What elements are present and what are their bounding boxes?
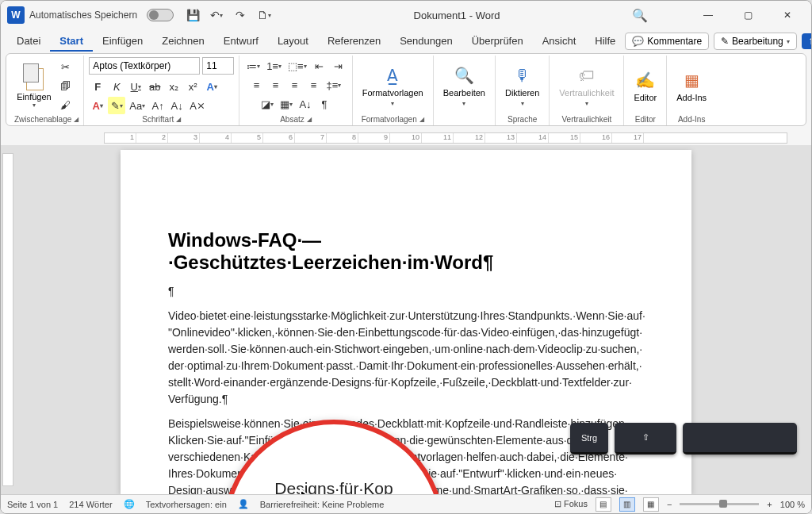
- bullets-button[interactable]: ≔▾: [244, 57, 262, 75]
- numbering-button[interactable]: 1≡▾: [264, 57, 284, 75]
- key-shift: ⇧: [615, 423, 676, 455]
- tab-layout[interactable]: Layout: [268, 32, 318, 52]
- increase-indent-button[interactable]: ⇥: [330, 57, 347, 75]
- text-effects-button[interactable]: A▾: [203, 78, 220, 95]
- grow-font-button[interactable]: A↑: [149, 97, 167, 114]
- align-right-button[interactable]: ≡: [286, 76, 304, 94]
- subscript-button[interactable]: x₂: [165, 78, 182, 95]
- tab-sendungen[interactable]: Sendungen: [390, 32, 462, 52]
- document-area[interactable]: Windows-FAQ·—·Geschütztes·Leerzeichen·im…: [1, 145, 811, 494]
- font-size-combo[interactable]: 11: [202, 57, 234, 75]
- copy-icon[interactable]: 🗐: [56, 77, 74, 94]
- autosave-toggle[interactable]: [147, 9, 174, 21]
- share-button[interactable]: ⇧▾: [802, 33, 812, 49]
- paste-icon: [23, 63, 45, 90]
- paragraph-dialog-launcher[interactable]: ◢: [307, 116, 312, 123]
- tab-entwurf[interactable]: Entwurf: [214, 32, 268, 52]
- shading-button[interactable]: ◪▾: [259, 95, 276, 113]
- cut-icon[interactable]: ✂: [56, 58, 74, 75]
- app-window: W Automatisches Speichern 💾 ↶▾ ↷ 🗋▾ Doku…: [0, 0, 812, 514]
- status-predictions[interactable]: Textvorhersagen: ein: [146, 500, 227, 509]
- tab-einfuegen[interactable]: Einfügen: [93, 32, 152, 52]
- paste-button[interactable]: Einfügen ▾: [14, 63, 54, 109]
- dictate-button[interactable]: 🎙 Diktieren ▾: [500, 64, 544, 106]
- status-accessibility-icon[interactable]: 👤: [238, 499, 249, 509]
- zoom-level[interactable]: 100 %: [780, 500, 805, 509]
- zoom-in-button[interactable]: +: [767, 500, 772, 509]
- font-name-combo[interactable]: Aptos (Textkörper): [89, 57, 200, 75]
- sensitivity-button: 🏷 Vertraulichkeit ▾: [554, 64, 619, 106]
- editing-button[interactable]: 🔍 Bearbeiten ▾: [439, 64, 490, 106]
- key-space: [683, 423, 797, 455]
- save-icon[interactable]: 💾: [183, 6, 202, 25]
- italic-button[interactable]: K: [108, 78, 125, 95]
- focus-mode-button[interactable]: ⊡ Fokus: [554, 499, 588, 509]
- tab-zeichnen[interactable]: Zeichnen: [152, 32, 213, 52]
- editor-button[interactable]: ✍ Editor: [629, 69, 661, 102]
- status-language-icon[interactable]: 🌐: [124, 499, 135, 509]
- sensitivity-icon: 🏷: [576, 64, 598, 86]
- bold-button[interactable]: F: [89, 78, 106, 95]
- tab-referenzen[interactable]: Referenzen: [318, 32, 390, 52]
- key-ctrl: Strg: [570, 423, 608, 455]
- align-left-button[interactable]: ≡: [248, 76, 266, 94]
- tab-datei[interactable]: Datei: [7, 32, 50, 52]
- superscript-button[interactable]: x²: [184, 78, 201, 95]
- document-title: Dokument1 - Word: [288, 10, 626, 21]
- format-painter-icon[interactable]: 🖌: [56, 96, 74, 113]
- tab-ueberpruefen[interactable]: Überprüfen: [462, 32, 533, 52]
- search-icon[interactable]: 🔍: [630, 6, 649, 25]
- comments-button[interactable]: 💬Kommentare: [625, 33, 709, 50]
- horizontal-ruler[interactable]: 123 456 789 101112 131415 1617: [1, 129, 811, 145]
- mic-icon: 🎙: [511, 64, 534, 86]
- find-icon: 🔍: [453, 64, 475, 86]
- undo-icon[interactable]: ↶▾: [207, 6, 226, 25]
- view-web-button[interactable]: ▦: [643, 497, 659, 512]
- shrink-font-button[interactable]: A↓: [168, 97, 186, 114]
- new-doc-icon[interactable]: 🗋▾: [255, 6, 274, 25]
- justify-button[interactable]: ≡: [305, 76, 323, 94]
- line-spacing-button[interactable]: ‡≡▾: [324, 76, 344, 94]
- show-marks-button[interactable]: ¶: [316, 95, 333, 113]
- redo-icon[interactable]: ↷: [231, 6, 250, 25]
- close-button[interactable]: ✕: [770, 3, 805, 27]
- view-print-button[interactable]: ▥: [619, 497, 635, 512]
- group-styles: A̲ Formatvorlagen ▾ Formatvorlagen◢: [353, 56, 434, 125]
- decrease-indent-button[interactable]: ⇤: [311, 57, 328, 75]
- status-page[interactable]: Seite 1 von 1: [7, 500, 58, 509]
- group-font: Aptos (Textkörper) 11 F K U▾ ab x₂ x² A▾…: [84, 56, 239, 125]
- zoom-out-button[interactable]: −: [667, 500, 672, 509]
- editing-mode-button[interactable]: ✎Bearbeitung▾: [714, 33, 797, 50]
- styles-dialog-launcher[interactable]: ◢: [419, 116, 424, 123]
- doc-empty-paragraph[interactable]: ¶: [168, 283, 644, 300]
- addins-button[interactable]: ▦ Add-Ins: [672, 69, 711, 102]
- font-color-button[interactable]: A▾: [89, 97, 106, 114]
- doc-heading[interactable]: Windows-FAQ·—·Geschütztes·Leerzeichen·im…: [168, 229, 644, 274]
- strikethrough-button[interactable]: ab: [146, 78, 163, 95]
- font-dialog-launcher[interactable]: ◢: [176, 116, 181, 123]
- tab-hilfe[interactable]: Hilfe: [585, 32, 625, 52]
- tab-start[interactable]: Start: [50, 32, 93, 52]
- status-accessibility[interactable]: Barrierefreiheit: Keine Probleme: [260, 500, 385, 509]
- borders-button[interactable]: ▦▾: [278, 95, 295, 113]
- multilevel-button[interactable]: ⬚≡▾: [285, 57, 309, 75]
- maximize-button[interactable]: ▢: [730, 3, 765, 27]
- view-read-button[interactable]: ▤: [596, 497, 611, 512]
- titlebar: W Automatisches Speichern 💾 ↶▾ ↷ 🗋▾ Doku…: [1, 1, 811, 29]
- change-case-button[interactable]: Aa▾: [127, 97, 147, 114]
- status-words[interactable]: 214 Wörter: [69, 500, 112, 509]
- minimize-button[interactable]: —: [691, 3, 726, 27]
- clear-format-button[interactable]: A⨯: [187, 97, 208, 114]
- underline-button[interactable]: U▾: [127, 78, 144, 95]
- doc-paragraph-1[interactable]: Video·bietet·eine·leistungsstarke·Möglic…: [168, 308, 644, 408]
- zoom-slider[interactable]: [680, 503, 759, 505]
- tab-ansicht[interactable]: Ansicht: [533, 32, 586, 52]
- vertical-ruler[interactable]: [2, 153, 13, 486]
- highlight-button[interactable]: ✎▾: [108, 97, 125, 114]
- sort-button[interactable]: A↓: [297, 95, 314, 113]
- clipboard-dialog-launcher[interactable]: ◢: [74, 116, 79, 123]
- group-editor: ✍ Editor Editor: [624, 56, 667, 125]
- keyboard-hint: Strg ⇧: [570, 423, 797, 455]
- styles-button[interactable]: A̲ Formatvorlagen ▾: [358, 64, 428, 106]
- align-center-button[interactable]: ≡: [267, 76, 285, 94]
